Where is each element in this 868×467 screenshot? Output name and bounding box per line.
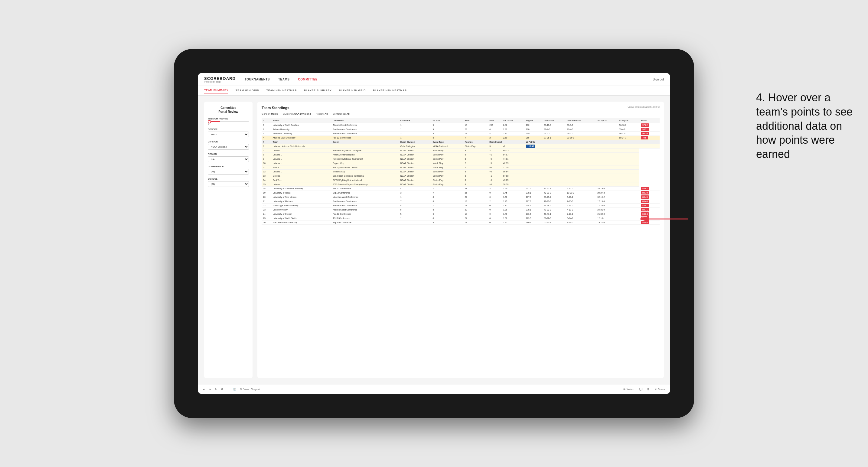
table-row: 25 University of North Florida ASUN Conf… bbox=[261, 216, 660, 220]
col-low-score: Low Score bbox=[542, 118, 565, 123]
clock-button[interactable]: 🕐 bbox=[233, 388, 236, 391]
region-select[interactable]: N/A All bbox=[208, 156, 249, 162]
points-badge[interactable]: 83.41 bbox=[641, 204, 649, 207]
redo-button[interactable]: ↪ bbox=[209, 388, 211, 391]
col-vs50: Vs Top 50 bbox=[618, 118, 639, 123]
expanded-header-row: # Team Event Event Division Event Type R… bbox=[261, 140, 660, 144]
table-header-row: # School Conference Conf Rank No Tour Bn… bbox=[261, 118, 660, 123]
table-row: 3 Vanderbilt University Southeastern Con… bbox=[261, 131, 660, 136]
sub-nav-player-summary[interactable]: PLAYER SUMMARY bbox=[304, 88, 332, 93]
filter-division: Division: NCAA Division I bbox=[283, 113, 311, 115]
sidebar-min-rounds: Minimum Rounds 0 bbox=[208, 117, 249, 125]
col-adj-score: Adj. Score bbox=[502, 118, 524, 123]
sidebar-label-conference: Conference bbox=[208, 165, 249, 168]
table-row-arizona-state: 4 Arizona State University Pac-12 Confer… bbox=[261, 136, 660, 140]
filter-region: Region: All bbox=[316, 113, 328, 115]
sidebar-label-region: Region bbox=[208, 153, 249, 155]
col-rank: # bbox=[261, 118, 271, 123]
expanded-row: 9 Univers... National Invitational Tourn… bbox=[261, 157, 660, 161]
col-conf-rank: Conf Rank bbox=[399, 118, 431, 123]
annotation-arrow bbox=[637, 213, 691, 226]
expanded-row: 8 Univers... Amer An Intercollegiate NCA… bbox=[261, 153, 660, 157]
sidebar-region: Region N/A All bbox=[208, 153, 249, 162]
sub-nav-team-h2h-heatmap[interactable]: TEAM H2H HEATMAP bbox=[267, 88, 297, 93]
points-badge[interactable]: 88.49 bbox=[641, 195, 649, 199]
right-content: Team Standings Update time: 13/03/2024 1… bbox=[257, 102, 664, 378]
points-badge[interactable]: 88.70 bbox=[641, 191, 649, 194]
grid-button[interactable]: ⊞ bbox=[647, 388, 650, 391]
share-button[interactable]: ↗ Share bbox=[654, 388, 665, 391]
col-vs25: Vs Top 25 bbox=[596, 118, 618, 123]
col-school: School bbox=[271, 118, 331, 123]
filter-conference: Conference: All bbox=[333, 113, 350, 115]
sub-nav-team-summary[interactable]: TEAM SUMMARY bbox=[204, 87, 228, 93]
table-row: 23 Duke University Atlantic Coast Confer… bbox=[261, 208, 660, 212]
gender-select[interactable]: Men's Women's bbox=[208, 131, 249, 137]
more-button[interactable]: ⋯ bbox=[226, 388, 229, 391]
expanded-row: 6 Univers... Arizona State University Ca… bbox=[261, 144, 660, 149]
sidebar-title: CommitteePortal Review bbox=[208, 106, 249, 114]
sign-out-button[interactable]: Sign out bbox=[653, 78, 664, 81]
min-rounds-slider[interactable] bbox=[208, 121, 249, 122]
nav-committee[interactable]: COMMITTEE bbox=[298, 76, 318, 82]
points-badge[interactable]: 97.02 bbox=[641, 123, 649, 127]
logo-sub: Powered by clippi bbox=[204, 81, 236, 83]
tablet-screen: SCOREBOARD Powered by clippi TOURNAMENTS… bbox=[198, 73, 670, 394]
tablet-shell: SCOREBOARD Powered by clippi TOURNAMENTS… bbox=[174, 49, 694, 418]
points-badge[interactable]: 88.07 bbox=[641, 187, 649, 190]
points-badge-arizona[interactable]: 79.5 bbox=[641, 136, 648, 139]
view-original-button[interactable]: 👁 View: Original bbox=[240, 388, 260, 391]
points-badge[interactable]: 88.48 bbox=[641, 199, 649, 203]
annotation-block: 4. Hover over a team's points to see add… bbox=[756, 91, 853, 161]
school-select[interactable]: (All) bbox=[208, 181, 249, 187]
sub-nav: TEAM SUMMARY TEAM H2H GRID TEAM H2H HEAT… bbox=[198, 86, 670, 96]
nav-teams[interactable]: TEAMS bbox=[278, 76, 290, 82]
filter-gender: Gender: Men's bbox=[261, 113, 278, 115]
division-select[interactable]: NCAA Division I NCAA Division II NCAA Di… bbox=[208, 144, 249, 150]
sub-nav-player-h2h-grid[interactable]: PLAYER H2H GRID bbox=[339, 88, 366, 93]
sidebar-label-gender: Gender bbox=[208, 128, 249, 131]
conference-select[interactable]: (All) bbox=[208, 169, 249, 175]
col-points: Points bbox=[639, 118, 660, 123]
table-row: 19 University of Texas Big 12 Conference… bbox=[261, 191, 660, 195]
expanded-row: 12 Univers... Williams Cup NCAA Division… bbox=[261, 170, 660, 174]
standings-table: # School Conference Conf Rank No Tour Bn… bbox=[261, 118, 660, 225]
nav-items: TOURNAMENTS TEAMS COMMITTEE bbox=[245, 76, 649, 82]
undo-button[interactable]: ↩ bbox=[203, 388, 205, 391]
table-row: 18 University of California, Berkeley Pa… bbox=[261, 187, 660, 191]
logo-text: SCOREBOARD bbox=[204, 76, 236, 81]
expanded-row: 14 East Ter... OFCC Fighting Illini Invi… bbox=[261, 178, 660, 182]
left-sidebar: CommitteePortal Review Minimum Rounds 0 … bbox=[204, 102, 252, 378]
annotation-text: 4. Hover over a team's points to see add… bbox=[756, 91, 853, 161]
col-conference: Conference bbox=[331, 118, 399, 123]
watch-button[interactable]: 👁 Watch bbox=[623, 388, 634, 391]
sidebar-division: Division NCAA Division I NCAA Division I… bbox=[208, 141, 249, 150]
points-badge[interactable]: 88.71 bbox=[641, 208, 649, 211]
sub-nav-team-h2h-grid[interactable]: TEAM H2H GRID bbox=[236, 88, 259, 93]
eye-icon: 👁 bbox=[623, 388, 626, 391]
nav-tournaments[interactable]: TOURNAMENTS bbox=[245, 76, 270, 82]
sidebar-label-division: Division bbox=[208, 141, 249, 143]
logo-area: SCOREBOARD Powered by clippi bbox=[204, 76, 236, 83]
comment-button[interactable]: 💬 bbox=[639, 388, 642, 391]
copy-button[interactable]: ⧉ bbox=[221, 387, 223, 391]
expanded-points: 119.63 bbox=[526, 145, 535, 148]
points-badge[interactable]: 93.31 bbox=[641, 128, 649, 131]
table-row: 20 University of New Mexico Mountain Wes… bbox=[261, 195, 660, 199]
sub-nav-player-h2h-heatmap[interactable]: PLAYER H2H HEATMAP bbox=[373, 88, 407, 93]
table-row: 22 Mississippi State University Southeas… bbox=[261, 204, 660, 208]
update-time: Update time: 13/03/2024 10:03:42 bbox=[627, 106, 660, 108]
content-header: Team Standings Update time: 13/03/2024 1… bbox=[261, 106, 660, 110]
sidebar-label-min-rounds: Minimum Rounds bbox=[208, 117, 249, 120]
col-wins: Wins bbox=[488, 118, 501, 123]
table-row: 1 University of North Carolina Atlantic … bbox=[261, 123, 660, 127]
expanded-row: 13 Georgia Ben Hogan Collegiate Invitati… bbox=[261, 174, 660, 178]
share-icon: ↗ bbox=[654, 388, 657, 391]
nav-right: | Sign out bbox=[649, 78, 664, 81]
sidebar-gender: Gender Men's Women's bbox=[208, 128, 249, 137]
col-no-tour: No Tour bbox=[431, 118, 463, 123]
points-badge[interactable]: 90.30 bbox=[641, 132, 649, 135]
main-content: CommitteePortal Review Minimum Rounds 0 … bbox=[198, 96, 670, 384]
sidebar-school: School (All) bbox=[208, 178, 249, 187]
refresh-button[interactable]: ↻ bbox=[215, 388, 217, 391]
